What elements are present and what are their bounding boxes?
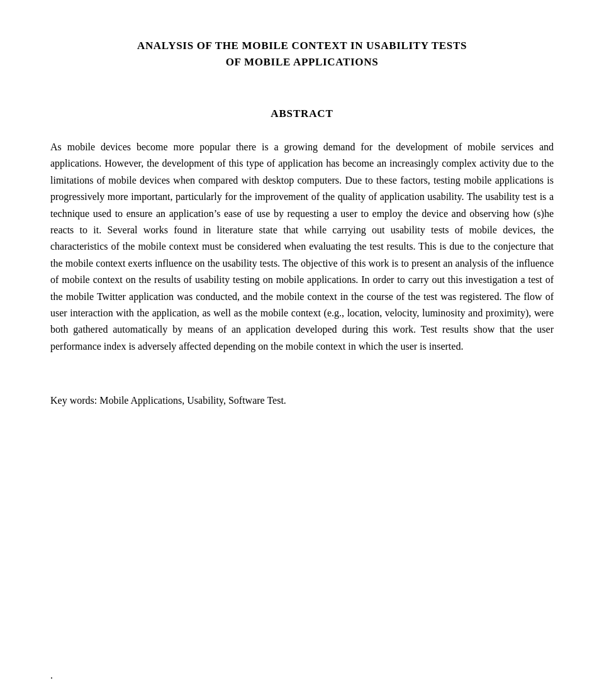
footer-dot: . [50, 670, 53, 681]
page: ANALYSIS OF THE MOBILE CONTEXT IN USABIL… [0, 0, 604, 700]
main-title: ANALYSIS OF THE MOBILE CONTEXT IN USABIL… [50, 38, 554, 70]
abstract-text: As mobile devices become more popular th… [50, 139, 554, 355]
title-section: ANALYSIS OF THE MOBILE CONTEXT IN USABIL… [50, 38, 554, 70]
title-line1: ANALYSIS OF THE MOBILE CONTEXT IN USABIL… [50, 38, 554, 54]
keywords: Key words: Mobile Applications, Usabilit… [50, 392, 554, 409]
abstract-heading: ABSTRACT [50, 108, 554, 120]
abstract-body: As mobile devices become more popular th… [50, 139, 554, 355]
title-line2: OF MOBILE APPLICATIONS [50, 54, 554, 70]
